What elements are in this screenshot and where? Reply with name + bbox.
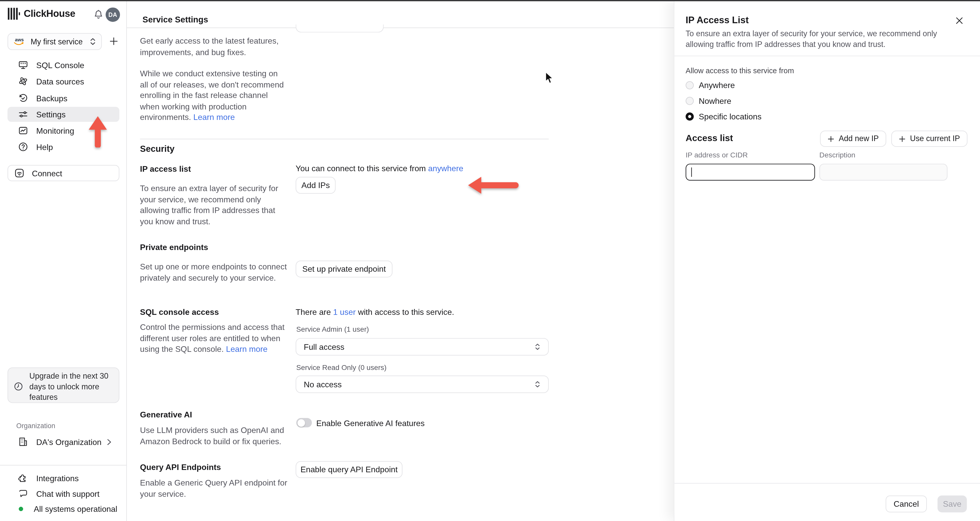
sidebar: ClickHouse DA aws My first service <box>0 0 127 521</box>
upgrade-notice[interactable]: Upgrade in the next 30 days to unlock mo… <box>7 367 119 403</box>
sidebar-item-label: Help <box>36 142 53 152</box>
learn-more-link[interactable]: Learn more <box>193 113 235 122</box>
setup-private-endpoint-button[interactable]: Set up private endpoint <box>296 260 393 277</box>
avatar[interactable]: DA <box>106 7 120 22</box>
private-endpoints-title: Private endpoints <box>140 242 208 252</box>
learn-more-link-2[interactable]: Learn more <box>226 344 267 354</box>
section-divider <box>140 139 549 139</box>
save-button[interactable]: Save <box>937 496 967 512</box>
toggle-knob <box>297 419 304 426</box>
chevron-right-icon <box>106 438 112 445</box>
sidebar-item-label: Backups <box>36 94 67 103</box>
security-heading: Security <box>140 144 175 154</box>
generative-ai-desc: Use LLM providers such as OpenAI and Ama… <box>140 425 284 447</box>
sidebar-item-backups[interactable]: Backups <box>7 91 119 106</box>
radio-anywhere[interactable]: Anywhere <box>686 79 735 91</box>
fast-release-desc-2: While we conduct extensive testing on al… <box>140 68 284 123</box>
radio-specific-locations[interactable]: Specific locations <box>686 110 762 122</box>
aws-logo-icon: aws <box>13 38 25 45</box>
chevron-up-down-icon <box>535 343 541 350</box>
main-content: Service Settings Get early access to the… <box>127 0 674 521</box>
query-api-title: Query API Endpoints <box>140 462 221 472</box>
annotation-arrow-add-ips <box>468 177 519 194</box>
ip-cidr-label: IP address or CIDR <box>686 151 748 159</box>
sql-console-access-desc: Control the permissions and access that … <box>140 322 285 355</box>
allow-access-label: Allow access to this service from <box>686 66 794 75</box>
close-icon[interactable] <box>955 16 964 25</box>
cancel-button[interactable]: Cancel <box>886 496 927 512</box>
integrations-puzzle-icon <box>18 473 28 483</box>
generative-ai-toggle[interactable] <box>296 418 312 427</box>
page-title: Service Settings <box>142 15 208 24</box>
generative-ai-toggle-label: Enable Generative AI features <box>316 419 425 428</box>
sql-console-access-title: SQL console access <box>140 307 219 317</box>
service-admin-select[interactable]: Full access <box>296 338 549 356</box>
ip-access-list-panel: IP Access List To ensure an extra layer … <box>674 0 980 521</box>
service-admin-label: Service Admin (1 user) <box>296 326 369 333</box>
sql-console-icon <box>18 60 28 70</box>
service-selector[interactable]: aws My first service <box>7 33 102 50</box>
clock-icon <box>14 382 23 391</box>
fast-release-desc-1: Get early access to the latest features,… <box>140 36 279 58</box>
sql-console-users-status: There are 1 user with access to this ser… <box>296 307 454 317</box>
sidebar-item-organization[interactable]: DA's Organization <box>7 435 119 448</box>
description-input[interactable] <box>819 164 948 181</box>
enable-query-api-button[interactable]: Enable query API Endpoint <box>296 461 402 478</box>
brand-name: ClickHouse <box>24 8 75 19</box>
settings-sliders-icon <box>18 110 28 119</box>
organization-name: DA's Organization <box>36 437 106 446</box>
release-channel-select-cutoff[interactable] <box>296 24 383 33</box>
system-status[interactable]: All systems operational <box>7 502 119 516</box>
panel-footer-divider <box>674 483 980 483</box>
data-sources-icon <box>18 76 28 86</box>
top-bar: Service Settings <box>127 0 674 28</box>
chevron-up-down-icon <box>89 38 96 46</box>
sidebar-item-label: Settings <box>36 110 65 119</box>
radio-nowhere[interactable]: Nowhere <box>686 94 732 107</box>
integrations-label: Integrations <box>36 473 79 483</box>
query-api-desc: Enable a Generic Query API endpoint for … <box>140 477 287 499</box>
status-label: All systems operational <box>34 504 117 513</box>
window-top-edge <box>0 0 980 1</box>
sidebar-item-label: SQL Console <box>36 60 84 70</box>
text-caret <box>691 167 692 177</box>
organization-section-label: Organization <box>16 422 56 429</box>
notifications-bell-icon[interactable] <box>93 10 104 20</box>
sidebar-item-chat-support[interactable]: Chat with support <box>7 487 119 500</box>
backups-icon <box>18 93 28 103</box>
ip-access-status: You can connect to this service from any… <box>296 164 463 173</box>
building-icon <box>18 437 28 447</box>
plus-icon <box>899 135 906 142</box>
chat-bubble-icon <box>18 489 28 499</box>
anywhere-link[interactable]: anywhere <box>428 164 463 173</box>
connect-icon <box>14 168 24 178</box>
sidebar-item-integrations[interactable]: Integrations <box>7 471 119 485</box>
mouse-cursor <box>544 71 555 85</box>
ip-cidr-input[interactable] <box>686 164 815 181</box>
private-endpoints-desc: Set up one or more endpoints to connect … <box>140 261 287 283</box>
service-readonly-select[interactable]: No access <box>296 376 549 393</box>
radio-selected-icon <box>686 112 694 121</box>
chevron-up-down-icon <box>535 380 541 388</box>
panel-title: IP Access List <box>686 14 749 25</box>
plus-icon <box>828 135 835 142</box>
add-service-button[interactable] <box>109 36 120 47</box>
sidebar-item-data-sources[interactable]: Data sources <box>7 74 119 89</box>
add-ips-button[interactable]: Add IPs <box>296 177 336 194</box>
sidebar-item-sql-console[interactable]: SQL Console <box>7 57 119 73</box>
help-icon <box>18 142 28 152</box>
connect-button[interactable]: Connect <box>7 165 119 181</box>
access-list-heading: Access list <box>686 133 733 143</box>
ip-access-list-title: IP access list <box>140 164 191 174</box>
description-label: Description <box>819 151 856 159</box>
sidebar-divider <box>0 465 127 465</box>
service-name: My first service <box>30 37 89 46</box>
one-user-link[interactable]: 1 user <box>333 307 356 317</box>
radio-circle-icon <box>686 97 694 105</box>
clickhouse-logo-icon <box>7 7 20 20</box>
chat-support-label: Chat with support <box>36 489 100 498</box>
add-new-ip-button[interactable]: Add new IP <box>820 131 886 147</box>
use-current-ip-button[interactable]: Use current IP <box>891 131 967 147</box>
ip-access-list-desc: To ensure an extra layer of security for… <box>140 183 278 227</box>
sidebar-item-label: Data sources <box>36 76 84 86</box>
